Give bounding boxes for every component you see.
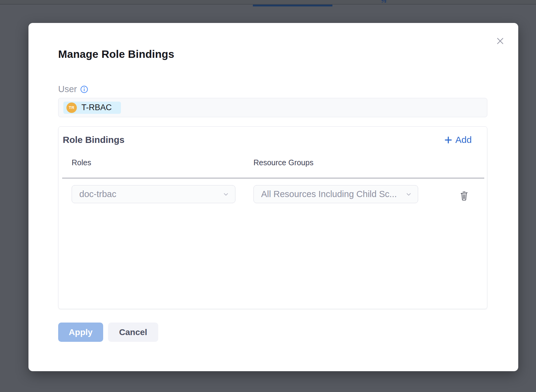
background-partial-tab-label: g — [380, 0, 391, 3]
role-select[interactable]: doc-trbac — [72, 185, 235, 203]
resource-group-select[interactable]: All Resources Including Child Sc... — [253, 185, 418, 203]
apply-button[interactable]: Apply — [58, 323, 103, 342]
user-label-row: User — [58, 84, 88, 94]
user-chip-name: T-RBAC — [81, 103, 112, 112]
page-backdrop: g Manage Role Bindings User TR — [0, 0, 536, 392]
partial-tab-text: g — [381, 0, 391, 3]
trash-icon — [459, 190, 469, 201]
close-button[interactable] — [492, 33, 508, 49]
avatar: TR — [66, 103, 77, 113]
column-header-resource-groups: Resource Groups — [253, 158, 313, 167]
role-select-value: doc-trbac — [79, 189, 116, 199]
cancel-button[interactable]: Cancel — [108, 323, 158, 342]
user-chip[interactable]: TR T-RBAC — [63, 102, 121, 114]
user-label: User — [58, 84, 77, 94]
modal-title: Manage Role Bindings — [58, 48, 174, 60]
role-bindings-title: Role Bindings — [63, 135, 125, 145]
delete-binding-button[interactable] — [457, 189, 471, 203]
add-role-binding-button[interactable]: Add — [444, 135, 472, 145]
role-bindings-panel: Role Bindings Add Roles Resource Groups … — [58, 126, 487, 309]
column-header-roles: Roles — [72, 158, 91, 167]
chevron-down-icon — [222, 191, 230, 198]
resource-group-select-value: All Resources Including Child Sc... — [261, 189, 397, 199]
close-icon — [496, 36, 505, 46]
user-field[interactable]: TR T-RBAC — [58, 98, 487, 117]
table-header-divider — [62, 178, 484, 178]
info-icon[interactable] — [80, 85, 88, 93]
add-button-label: Add — [455, 135, 472, 145]
avatar-initials: TR — [69, 105, 74, 110]
plus-icon — [444, 136, 452, 144]
manage-role-bindings-modal: Manage Role Bindings User TR T-RBAC Role… — [28, 23, 518, 371]
background-top-bar: g — [0, 0, 536, 5]
active-tab-underline — [253, 5, 332, 6]
chevron-down-icon — [405, 191, 412, 198]
